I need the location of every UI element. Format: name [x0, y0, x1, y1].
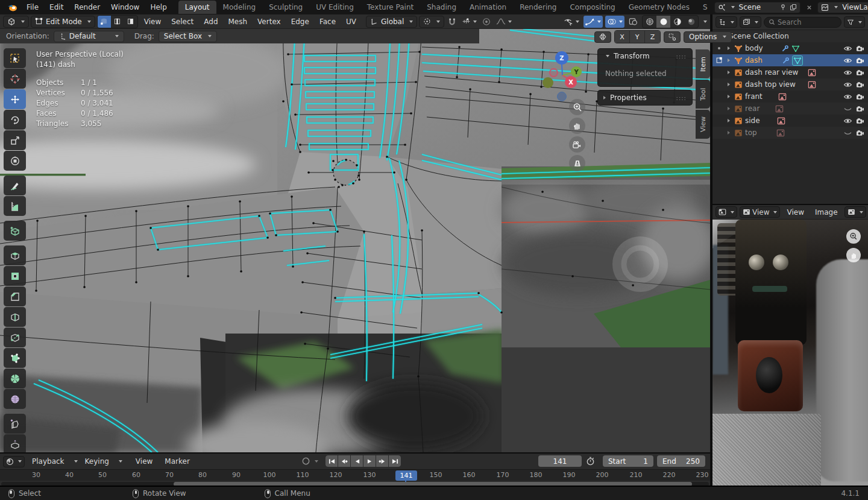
visibility-eye-closed-icon[interactable]	[843, 106, 852, 112]
tool-scale[interactable]	[4, 130, 26, 150]
orientation-selector[interactable]: Default	[54, 31, 124, 42]
tab-view[interactable]: View	[696, 110, 710, 139]
proportional-falloff-dropdown[interactable]	[494, 16, 514, 28]
play-button[interactable]	[363, 455, 376, 467]
tool-add-cube[interactable]	[4, 221, 26, 241]
current-frame-field[interactable]: 141	[538, 455, 582, 467]
tool-bevel[interactable]	[4, 286, 26, 306]
render-visibility-camera-icon[interactable]	[856, 105, 864, 112]
tool-knife[interactable]	[4, 328, 26, 347]
tool-shrink-fatten[interactable]	[4, 434, 26, 452]
workspace-tab-compositing[interactable]: Compositing	[563, 1, 621, 14]
auto-keying-toggle[interactable]	[301, 457, 318, 466]
tool-rotate[interactable]	[4, 110, 26, 130]
snapping-dropdown[interactable]	[460, 16, 479, 28]
expand-icon[interactable]	[725, 107, 732, 110]
image-mode-selector[interactable]: View	[740, 206, 780, 218]
tool-move[interactable]	[4, 89, 26, 109]
render-visibility-camera-icon[interactable]	[856, 129, 864, 136]
visibility-eye-icon[interactable]	[843, 69, 852, 76]
menu-window[interactable]: Window	[105, 2, 145, 13]
transform-panel-header[interactable]: Transform	[598, 49, 692, 63]
visibility-eye-icon[interactable]	[843, 118, 852, 124]
tool-select-box[interactable]	[4, 48, 26, 68]
workspace-tab-uv-editing[interactable]: UV Editing	[309, 1, 360, 14]
visibility-eye-icon[interactable]	[843, 93, 852, 100]
mirror-x-button[interactable]: X	[615, 31, 630, 43]
scene-unlink-icon[interactable]	[804, 2, 814, 12]
image-editor-menu-view[interactable]: View	[782, 207, 808, 218]
gizmo-z-negative-axis[interactable]	[557, 92, 567, 101]
image-pan-hand-button[interactable]	[846, 248, 861, 262]
viewport-menu-vertex[interactable]: Vertex	[253, 16, 285, 27]
expand-icon[interactable]	[725, 59, 732, 62]
snap-toggle-button[interactable]	[446, 16, 458, 28]
search-input[interactable]	[778, 18, 826, 27]
reference-image-canvas[interactable]	[712, 220, 868, 486]
viewport-menu-view[interactable]: View	[140, 16, 165, 27]
image-browse-selector[interactable]	[844, 206, 866, 218]
overlays-toggle[interactable]	[605, 16, 624, 28]
render-visibility-camera-icon[interactable]	[856, 57, 864, 64]
tool-measure[interactable]	[4, 196, 26, 216]
timeline-ruler[interactable]: 30 40 50 60 70 80 90 100 110 120 130 150…	[0, 469, 710, 481]
tool-cursor[interactable]	[4, 69, 26, 89]
outliner-filter[interactable]	[844, 16, 865, 28]
tool-inset-faces[interactable]	[4, 266, 26, 286]
solid-shading-button[interactable]	[656, 16, 670, 28]
tool-transform[interactable]	[4, 151, 26, 171]
gizmos-toggle[interactable]	[583, 16, 603, 28]
render-visibility-camera-icon[interactable]	[856, 93, 864, 100]
drag-grip-icon[interactable]	[676, 52, 687, 60]
outliner-row-rear[interactable]: rear	[712, 103, 868, 115]
menu-edit[interactable]: Edit	[44, 2, 69, 13]
visibility-eye-icon[interactable]	[843, 81, 852, 88]
play-reverse-button[interactable]	[351, 455, 363, 467]
timeline-menu-playback[interactable]: Playback	[27, 456, 69, 467]
outliner-row-dash-top-view[interactable]: dash top view	[712, 78, 868, 90]
stopwatch-icon[interactable]	[586, 457, 595, 466]
jump-to-end-button[interactable]	[389, 455, 401, 467]
gizmo-x-axis[interactable]: X	[565, 76, 577, 88]
expand-icon[interactable]	[725, 83, 732, 86]
workspace-tab-shading[interactable]: Shading	[420, 1, 463, 14]
render-visibility-camera-icon[interactable]	[856, 45, 864, 52]
viewport-menu-face[interactable]: Face	[315, 16, 340, 27]
viewport-menu-edge[interactable]: Edge	[287, 16, 313, 27]
render-visibility-camera-icon[interactable]	[856, 69, 864, 76]
workspace-tab-sculpting[interactable]: Sculpting	[262, 1, 309, 14]
drag-grip-icon[interactable]	[676, 93, 687, 102]
timeline-menu-keying[interactable]: Keying	[80, 456, 114, 467]
face-select-mode-button[interactable]	[124, 16, 137, 28]
transform-orientation-selector[interactable]: Global	[366, 16, 417, 28]
mirror-z-button[interactable]: Z	[645, 31, 660, 43]
render-visibility-camera-icon[interactable]	[856, 81, 864, 88]
workspace-tab-scripting[interactable]: S	[696, 1, 714, 14]
blender-logo-icon[interactable]	[4, 2, 21, 13]
viewport-menu-uv[interactable]: UV	[342, 16, 360, 27]
tool-poly-build[interactable]	[4, 348, 26, 368]
camera-view-button[interactable]	[569, 136, 585, 153]
expand-icon[interactable]	[725, 95, 732, 98]
outliner-filter-display[interactable]	[740, 16, 761, 28]
mirror-y-button[interactable]: Y	[630, 31, 645, 43]
viewport-menu-add[interactable]: Add	[200, 16, 222, 27]
previous-keyframe-button[interactable]	[338, 455, 350, 467]
pin-icon[interactable]	[779, 4, 787, 11]
options-dropdown[interactable]: Options	[684, 31, 732, 43]
expand-icon[interactable]	[725, 46, 732, 50]
snap-base-button[interactable]	[664, 31, 681, 43]
edge-select-mode-button[interactable]	[111, 16, 124, 28]
gizmo-x-negative-axis[interactable]	[549, 68, 558, 77]
outliner-row-top[interactable]: top	[712, 127, 868, 139]
outliner-display-mode[interactable]	[715, 16, 737, 28]
frame-start-field[interactable]: Start 1	[603, 455, 653, 467]
tab-item[interactable]: Item	[696, 49, 710, 78]
current-frame-badge[interactable]: 141	[395, 470, 417, 481]
timeline-menu-view[interactable]: View	[131, 456, 157, 467]
image-editor-type-selector[interactable]	[715, 206, 737, 218]
drag-mode-selector[interactable]: Select Box	[159, 31, 217, 42]
timeline-editor-selector[interactable]	[3, 456, 25, 467]
viewport-canvas[interactable]: User Perspective (Local) (141) dash Obje…	[0, 29, 710, 452]
tab-tool[interactable]: Tool	[696, 80, 710, 109]
